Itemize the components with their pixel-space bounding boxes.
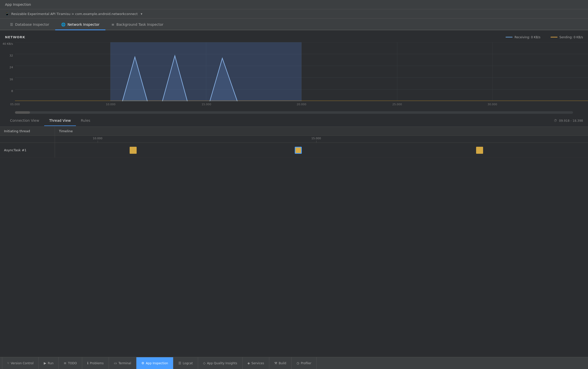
x-label-10000: 10.000 [106,103,116,106]
x-label-15000: 15.000 [202,103,211,106]
x-label-30000: 30.000 [488,103,497,106]
status-item-version-control[interactable]: ⑂Version Control [2,357,39,369]
thread-view-label: Thread View [49,118,71,122]
build-label: Build [279,362,286,365]
x-axis: 05.000 10.000 15.000 20.000 25.000 30.00… [15,101,588,110]
version-control-label: Version Control [11,362,33,365]
inspector-tab-background[interactable]: ≡Background Task Inspector [105,19,169,30]
build-icon: ⚒ [274,361,277,365]
legend-receiving: Receiving: 0 KB/s [506,36,541,39]
background-icon: ≡ [111,22,114,26]
todo-label: TODO [68,362,77,365]
legend-sending-line [551,37,558,38]
legend-receiving-line [506,37,513,38]
ruler-tick-10000 [98,140,98,142]
y-label-32: 32 [2,54,13,57]
tab-connection-view[interactable]: Connection View [5,116,44,126]
chart-area: NETWORK Receiving: 0 KB/s Sending: 0 KB/… [0,30,588,110]
terminal-icon: ▭ [114,361,117,365]
ruler-label-15000: 15.000 [311,137,321,140]
x-label-20000: 20.000 [297,103,306,106]
app-inspection-label: App Inspection [146,362,168,365]
chart-scrollbar[interactable] [0,110,588,115]
network-icon: 🌐 [61,22,65,26]
tab-rules[interactable]: Rules [76,116,95,126]
task-box-3[interactable] [476,147,483,154]
thread-table: Initiating thread Timeline 10.000 15.000 [0,127,588,357]
tab-thread-view[interactable]: Thread View [44,116,76,126]
chart-legend: Receiving: 0 KB/s Sending: 0 KB/s [506,36,583,39]
inspector-tab-network[interactable]: 🌐Network Inspector [55,19,105,30]
logcat-icon: ☰ [178,361,181,365]
status-item-todo[interactable]: ≡TODO [59,357,82,369]
thread-cell-timeline[interactable] [55,143,588,158]
chart-title: NETWORK [5,35,25,39]
terminal-label: Terminal [118,362,131,365]
status-item-problems[interactable]: ℹProblems [82,357,109,369]
task-box-2-selected[interactable] [295,147,302,154]
rules-label: Rules [81,118,90,122]
y-label-16: 16 [2,78,13,81]
time-range-value: 09.918 - 18.398 [559,119,583,122]
status-item-terminal[interactable]: ▭Terminal [109,357,136,369]
clock-icon: ⏱ [554,119,557,122]
col-initiating-label: Initiating thread [4,129,30,133]
services-icon: ◈ [248,361,250,365]
database-label: Database Inspector [15,22,49,26]
chevron-down-icon[interactable]: ▾ [141,12,142,16]
network-chart-svg [15,42,588,101]
y-axis: 40 KB/s 32 24 16 8 [0,42,15,101]
todo-icon: ≡ [64,361,66,365]
network-label: Network Inspector [67,22,99,26]
profiler-label: Profiler [301,362,311,365]
col-header-initiating: Initiating thread [0,127,55,136]
run-icon: ▶ [44,361,46,365]
problems-label: Problems [90,362,104,365]
title-bar: App Inspection [0,0,588,9]
inspector-tabs: ☰Database Inspector🌐Network Inspector≡Ba… [0,18,588,30]
database-icon: ☰ [10,22,13,26]
task-box-1[interactable] [130,147,137,154]
device-icon: 📱 [5,12,9,16]
app-quality-label: App Quality Insights [207,362,237,365]
asynctask-label: AsyncTask #1 [4,148,26,152]
app-inspection-icon: ⚙ [141,361,144,365]
background-label: Background Task Inspector [116,22,163,26]
y-label-24: 24 [2,66,13,69]
version-control-icon: ⑂ [7,361,9,365]
ruler-spacer [0,136,55,142]
status-bar: ⑂Version Control▶Run≡TODOℹProblems▭Termi… [0,357,588,369]
problems-icon: ℹ [87,361,88,365]
view-tabs-bar: Connection View Thread View Rules ⏱ 09.9… [0,115,588,127]
status-item-app-inspection[interactable]: ⚙App Inspection [136,357,173,369]
status-item-logcat[interactable]: ☰Logcat [173,357,198,369]
profiler-icon: ◷ [296,361,299,365]
y-label-max: 40 KB/s [2,42,13,46]
device-bar: 📱 Resizable Experimental API Tiramisu > … [0,9,588,18]
scrollbar-track[interactable] [15,111,573,114]
thread-table-body: 10.000 15.000 AsyncTask #1 [0,136,588,357]
logcat-label: Logcat [183,362,193,365]
status-item-build[interactable]: ⚒Build [269,357,292,369]
table-row: AsyncTask #1 [0,143,588,158]
inspector-tab-database[interactable]: ☰Database Inspector [4,19,55,30]
col-header-timeline: Timeline [55,127,588,136]
y-label-8: 8 [2,90,13,93]
x-label-5000: 05.000 [10,103,20,106]
time-range-display: ⏱ 09.918 - 18.398 [554,119,583,122]
chart-header: NETWORK Receiving: 0 KB/s Sending: 0 KB/… [0,35,588,41]
timeline-ruler: 10.000 15.000 [55,136,588,142]
services-label: Services [252,362,264,365]
status-item-profiler[interactable]: ◷Profiler [292,357,317,369]
status-item-services[interactable]: ◈Services [243,357,270,369]
ruler-label-10000: 10.000 [93,137,102,140]
title-label: App Inspection [5,2,31,6]
status-item-app-quality[interactable]: ◇App Quality Insights [198,357,243,369]
scrollbar-thumb[interactable] [15,111,30,114]
connection-view-label: Connection View [10,118,39,122]
legend-receiving-label: Receiving: 0 KB/s [515,36,541,39]
x-label-25000: 25.000 [392,103,402,106]
thread-table-header: Initiating thread Timeline [0,127,588,136]
status-item-run[interactable]: ▶Run [39,357,59,369]
app-quality-icon: ◇ [203,361,206,365]
